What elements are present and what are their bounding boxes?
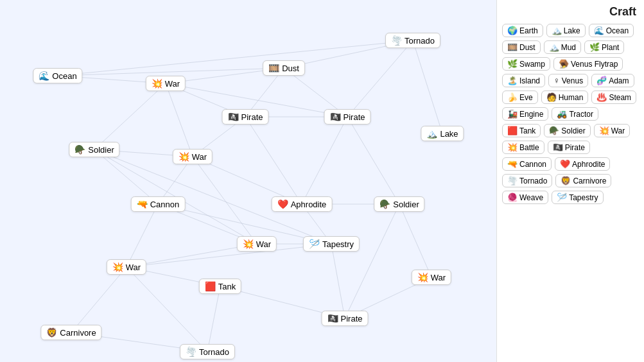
connection-5-10	[245, 117, 302, 204]
node-emoji: 🦁	[46, 327, 57, 338]
sidebar-item-tapestry[interactable]: 🪡Tapestry	[552, 191, 603, 204]
node-war4[interactable]: 💥War	[107, 259, 146, 275]
sidebar-item-steam[interactable]: ♨️Steam	[591, 90, 636, 104]
node-ocean1[interactable]: 🌊Ocean	[33, 68, 82, 83]
node-war1[interactable]: 💥War	[146, 76, 186, 91]
connection-14-19	[126, 267, 207, 352]
node-cannon1[interactable]: 🔫Cannon	[131, 196, 186, 212]
item-label: Cannon	[519, 160, 546, 169]
node-tapestry1[interactable]: 🪡Tapestry	[303, 236, 360, 252]
node-label: War	[126, 263, 141, 272]
node-war5[interactable]: 💥War	[412, 270, 451, 285]
item-emoji: 🎞️	[507, 42, 518, 52]
node-tornado2[interactable]: 🌪️Tornado	[180, 344, 235, 359]
sidebar-item-island[interactable]: 🏝️Island	[502, 74, 545, 87]
item-label: Soldier	[561, 126, 585, 135]
item-label: Weave	[519, 193, 543, 202]
sidebar-item-venus-flytrap[interactable]: 🪤Venus Flytrap	[553, 57, 623, 71]
item-emoji: 🌪️	[507, 176, 518, 185]
connection-3-4	[413, 40, 442, 134]
connection-6-11	[347, 117, 399, 204]
item-emoji: 🪡	[557, 193, 567, 202]
node-emoji: 🏴‍☠️	[330, 112, 341, 122]
connection-15-19	[207, 286, 220, 352]
connection-13-14	[126, 244, 331, 267]
node-lake1[interactable]: 🏔️Lake	[421, 126, 464, 141]
node-emoji: 🏴‍☠️	[228, 112, 239, 122]
item-emoji: 🪖	[549, 126, 559, 135]
node-tank1[interactable]: 🟥Tank	[199, 279, 241, 294]
node-label: Soldier	[88, 145, 114, 155]
item-emoji: 🌿	[507, 59, 518, 69]
item-emoji: 🟥	[507, 126, 518, 135]
node-tornado1[interactable]: 🌪️Tornado	[385, 33, 440, 48]
sidebar-item-eve[interactable]: 🍌Eve	[502, 90, 538, 104]
sidebar-items: 🌍Earth🏔️Lake🌊Ocean🎞️Dust🏔️Mud🌿Plant🌿Swam…	[502, 24, 639, 204]
sidebar-item-adam[interactable]: 🧬Adam	[591, 74, 634, 87]
node-emoji: 🏔️	[426, 128, 437, 139]
sidebar-item-venus[interactable]: ♀️Venus	[548, 74, 588, 87]
item-label: Eve	[519, 93, 533, 102]
item-label: Adam	[609, 76, 629, 85]
item-emoji: 💥	[507, 142, 518, 152]
node-label: War	[165, 79, 180, 89]
node-label: Cannon	[150, 200, 180, 209]
item-emoji: 💥	[599, 126, 609, 135]
connection-9-14	[126, 204, 158, 267]
node-dust1[interactable]: 🎞️Dust	[263, 60, 305, 76]
sidebar-item-dust[interactable]: 🎞️Dust	[502, 40, 541, 54]
sidebar-item-carnivore[interactable]: 🦁Carnivore	[555, 174, 611, 187]
item-emoji: 🌊	[594, 26, 604, 35]
sidebar-item-tank[interactable]: 🟥Tank	[502, 124, 541, 137]
connection-1-8	[166, 83, 193, 157]
sidebar-item-engine[interactable]: 🚂Engine	[502, 107, 548, 121]
item-label: Carnivore	[573, 177, 606, 185]
sidebar-item-tractor[interactable]: 🚜Tractor	[552, 107, 598, 121]
sidebar-item-human[interactable]: 🧑Human	[541, 90, 589, 104]
node-emoji: 🪖	[74, 144, 85, 155]
sidebar-item-aphrodite[interactable]: ❤️Aphrodite	[555, 157, 610, 171]
node-emoji: 🪖	[379, 199, 390, 209]
node-carnivore1[interactable]: 🦁Carnivore	[40, 325, 101, 340]
node-pirate1[interactable]: 🏴‍☠️Pirate	[222, 109, 269, 125]
sidebar-item-swamp[interactable]: 🌿Swamp	[502, 57, 550, 71]
node-pirate2[interactable]: 🏴‍☠️Pirate	[324, 109, 371, 125]
connection-1-7	[94, 83, 166, 150]
sidebar-item-ocean[interactable]: 🌊Ocean	[589, 24, 634, 37]
node-soldier1[interactable]: 🪖Soldier	[69, 142, 119, 157]
item-emoji: ♨️	[596, 92, 607, 102]
sidebar-item-mud[interactable]: 🏔️Mud	[544, 40, 581, 54]
node-emoji: 🏴‍☠️	[327, 313, 338, 323]
sidebar-item-pirate[interactable]: 🏴‍☠️Pirate	[548, 141, 590, 154]
item-label: Pirate	[565, 143, 585, 152]
sidebar-item-battle[interactable]: 💥Battle	[502, 141, 544, 154]
node-pirate3[interactable]: 🏴‍☠️Pirate	[322, 311, 369, 326]
node-war2[interactable]: 💥War	[173, 149, 213, 164]
item-label: Plant	[602, 43, 619, 52]
node-label: Tapestry	[322, 239, 354, 249]
item-emoji: ♀️	[553, 76, 560, 85]
sidebar-item-cannon[interactable]: 🔫Cannon	[502, 157, 552, 171]
connection-13-17	[331, 244, 345, 318]
sidebar-item-weave[interactable]: 🧶Weave	[502, 191, 548, 204]
item-label: Mud	[561, 43, 576, 52]
node-war3[interactable]: 💥War	[237, 236, 277, 252]
sidebar-item-war[interactable]: 💥War	[594, 124, 631, 137]
sidebar-item-soldier[interactable]: 🪖Soldier	[544, 124, 590, 137]
item-emoji: 🧬	[596, 76, 607, 85]
node-aphrodite1[interactable]: ❤️Aphrodite	[272, 196, 333, 212]
canvas-area[interactable]: 🌊Ocean💥War🎞️Dust🌪️Tornado🏔️Lake🏴‍☠️Pirat…	[0, 0, 496, 362]
sidebar-item-lake[interactable]: 🏔️Lake	[546, 24, 586, 37]
sidebar-item-earth[interactable]: 🌍Earth	[502, 24, 543, 37]
sidebar-item-tornado[interactable]: 🌪️Tornado	[502, 174, 552, 187]
item-label: Dust	[519, 43, 535, 52]
node-soldier2[interactable]: 🪖Soldier	[374, 196, 424, 212]
node-label: Pirate	[241, 112, 263, 122]
item-label: Venus	[562, 76, 583, 85]
node-emoji: 💥	[178, 151, 189, 162]
node-label: War	[431, 273, 446, 282]
node-label: Dust	[282, 64, 299, 73]
node-emoji: 🌊	[39, 71, 49, 81]
sidebar-item-plant[interactable]: 🌿Plant	[584, 40, 624, 54]
item-label: Venus Flytrap	[571, 60, 618, 69]
